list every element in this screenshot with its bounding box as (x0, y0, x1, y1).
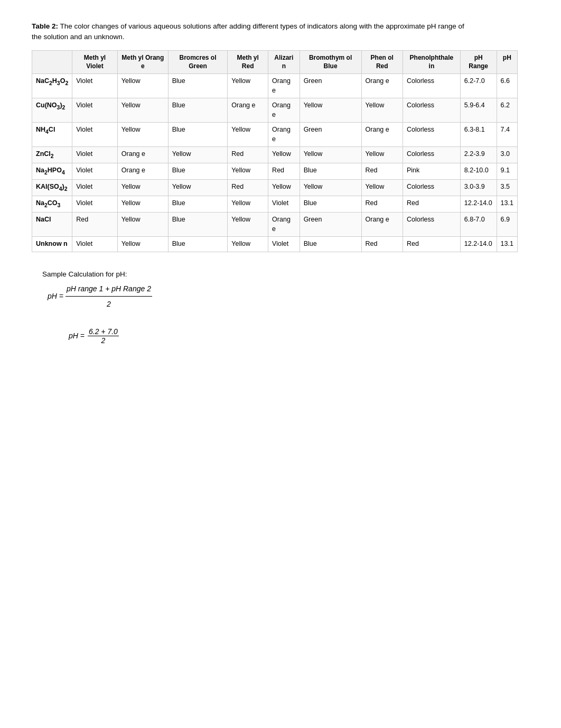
table-row: NH4ClVioletYellowBlueYellowOrang eGreenO… (32, 123, 518, 147)
cell-bromothymol: Blue (300, 237, 361, 252)
cell-methyl-orange: Yellow (117, 213, 168, 237)
cell-compound: KAl(SO4)2 (32, 180, 72, 196)
cell-phenol-red: Yellow (361, 180, 403, 196)
sample-calculation: Sample Calculation for pH: pH = pH range… (42, 267, 529, 311)
cell-phenol-red: Orang e (361, 213, 403, 237)
cell-methyl-violet: Violet (72, 74, 118, 98)
cell-ph: 6.6 (497, 74, 517, 98)
cell-compound: ZnCl2 (32, 147, 72, 163)
cell-bromothymol: Yellow (300, 98, 361, 123)
caption: Table 2: The color changes of various aq… (32, 21, 465, 43)
header-methyl-orange: Meth yl Orang e (117, 50, 168, 74)
cell-phenol-red: Red (361, 196, 403, 213)
cell-alizarin: Orang e (268, 74, 300, 98)
cell-bromothymol: Green (300, 123, 361, 147)
cell-ph-range: 3.0-3.9 (460, 180, 497, 196)
cell-methyl-red: Orang e (228, 98, 268, 123)
cell-phenolphthalein: Red (403, 196, 460, 213)
cell-methyl-violet: Violet (72, 180, 118, 196)
table-row: KAl(SO4)2VioletYellowYellowRedYellowYell… (32, 180, 518, 196)
cell-phenol-red: Orang e (361, 74, 403, 98)
formula1-denominator: 2 (106, 297, 112, 311)
cell-phenolphthalein: Colorless (403, 98, 460, 123)
cell-ph: 13.1 (497, 196, 517, 213)
cell-bromothymol: Blue (300, 163, 361, 180)
cell-ph-range: 12.2-14.0 (460, 196, 497, 213)
cell-methyl-violet: Violet (72, 147, 118, 163)
cell-alizarin: Yellow (268, 147, 300, 163)
header-ph-range: pH Range (460, 50, 497, 74)
header-bromothymol: Bromothym ol Blue (300, 50, 361, 74)
cell-bromcresol: Blue (168, 163, 228, 180)
cell-methyl-violet: Violet (72, 98, 118, 123)
cell-ph: 7.4 (497, 123, 517, 147)
cell-methyl-orange: Yellow (117, 74, 168, 98)
cell-methyl-red: Yellow (228, 123, 268, 147)
formula1-ph-label: pH = (48, 289, 63, 303)
cell-bromcresol: Blue (168, 98, 228, 123)
cell-methyl-red: Yellow (228, 237, 268, 252)
cell-methyl-red: Red (228, 180, 268, 196)
caption-bold: Table 2: (32, 22, 58, 30)
cell-methyl-orange: Yellow (117, 123, 168, 147)
cell-compound: NH4Cl (32, 123, 72, 147)
cell-methyl-violet: Violet (72, 237, 118, 252)
cell-alizarin: Orang e (268, 98, 300, 123)
formula2-fraction: 6.2 + 7.0 2 (88, 327, 119, 345)
cell-ph: 3.0 (497, 147, 517, 163)
sample-calc-label: Sample Calculation for pH: (42, 267, 529, 281)
cell-compound: NaC2H3O2 (32, 74, 72, 98)
cell-methyl-orange: Orang e (117, 163, 168, 180)
cell-ph: 9.1 (497, 163, 517, 180)
cell-phenol-red: Red (361, 163, 403, 180)
cell-methyl-red: Yellow (228, 163, 268, 180)
cell-phenol-red: Orang e (361, 123, 403, 147)
cell-methyl-orange: Yellow (117, 98, 168, 123)
cell-alizarin: Violet (268, 237, 300, 252)
caption-text: The color changes of various aqueous sol… (32, 22, 464, 41)
cell-methyl-red: Red (228, 147, 268, 163)
cell-bromcresol: Yellow (168, 147, 228, 163)
cell-compound: Unknow n (32, 237, 72, 252)
cell-bromcresol: Blue (168, 74, 228, 98)
cell-bromothymol: Green (300, 213, 361, 237)
cell-methyl-red: Yellow (228, 196, 268, 213)
header-ph: pH (497, 50, 517, 74)
header-bromcresol: Bromcres ol Green (168, 50, 228, 74)
cell-phenolphthalein: Colorless (403, 74, 460, 98)
formula2-numerator: 6.2 + 7.0 (88, 327, 119, 336)
cell-bromcresol: Blue (168, 237, 228, 252)
cell-phenol-red: Red (361, 237, 403, 252)
cell-methyl-red: Yellow (228, 74, 268, 98)
cell-bromothymol: Green (300, 74, 361, 98)
cell-ph-range: 6.3-8.1 (460, 123, 497, 147)
cell-bromothymol: Yellow (300, 147, 361, 163)
table-row: NaClRedYellowBlueYellowOrang eGreenOrang… (32, 213, 518, 237)
table-row: NaC2H3O2VioletYellowBlueYellowOrang eGre… (32, 74, 518, 98)
cell-compound: Na2HPO4 (32, 163, 72, 180)
header-methyl-red: Meth yl Red (228, 50, 268, 74)
formula1: pH = pH range 1 + pH Range 2 2 (48, 281, 529, 311)
cell-phenol-red: Yellow (361, 147, 403, 163)
cell-methyl-violet: Violet (72, 196, 118, 213)
cell-methyl-orange: Yellow (117, 180, 168, 196)
formula1-numerator: pH range 1 + pH Range 2 (66, 281, 152, 297)
cell-phenolphthalein: Colorless (403, 180, 460, 196)
cell-phenolphthalein: Pink (403, 163, 460, 180)
cell-methyl-violet: Red (72, 213, 118, 237)
cell-alizarin: Orang e (268, 123, 300, 147)
cell-ph-range: 5.9-6.4 (460, 98, 497, 123)
cell-ph-range: 8.2-10.0 (460, 163, 497, 180)
header-methyl-violet: Meth yl Violet (72, 50, 118, 74)
cell-alizarin: Violet (268, 196, 300, 213)
cell-methyl-orange: Yellow (117, 196, 168, 213)
cell-methyl-red: Yellow (228, 213, 268, 237)
cell-methyl-orange: Yellow (117, 237, 168, 252)
formula2: pH = 6.2 + 7.0 2 (69, 327, 529, 345)
cell-phenol-red: Yellow (361, 98, 403, 123)
cell-ph-range: 12.2-14.0 (460, 237, 497, 252)
cell-bromcresol: Yellow (168, 180, 228, 196)
cell-phenolphthalein: Colorless (403, 123, 460, 147)
cell-alizarin: Yellow (268, 180, 300, 196)
cell-ph-range: 2.2-3.9 (460, 147, 497, 163)
